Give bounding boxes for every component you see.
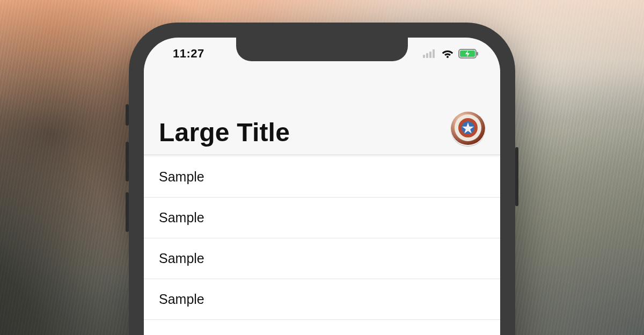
svg-rect-6 (477, 52, 478, 56)
svg-rect-1 (426, 53, 428, 58)
iphone-notch (236, 38, 408, 61)
mute-switch (126, 104, 129, 126)
iphone-frame: 11:27 (129, 23, 515, 335)
page-title: Large Title (159, 118, 290, 147)
svg-rect-0 (423, 55, 425, 58)
cellular-signal-icon (423, 49, 437, 58)
table-row[interactable]: Sample (144, 157, 500, 198)
volume-down-button (126, 192, 129, 232)
table-row[interactable]: Sample (144, 279, 500, 320)
table-row[interactable]: Sample (144, 238, 500, 279)
side-power-button (515, 147, 518, 206)
svg-rect-3 (433, 49, 435, 58)
table-row-label: Sample (159, 210, 204, 225)
status-bar-time: 11:27 (173, 47, 204, 61)
iphone-screen: 11:27 (144, 38, 500, 335)
battery-charging-icon (458, 49, 479, 59)
shield-icon (451, 112, 485, 146)
table-row-label: Sample (159, 292, 204, 307)
volume-up-button (126, 142, 129, 181)
table-view[interactable]: Sample Sample Sample Sample (144, 157, 500, 335)
profile-avatar-button[interactable] (451, 112, 485, 146)
table-row[interactable]: Sample (144, 198, 500, 238)
navigation-bar: Large Title (144, 70, 500, 155)
table-row-label: Sample (159, 169, 204, 185)
svg-rect-2 (429, 52, 431, 58)
table-row-label: Sample (159, 251, 204, 266)
wifi-icon (441, 49, 454, 59)
svg-point-4 (447, 56, 449, 58)
